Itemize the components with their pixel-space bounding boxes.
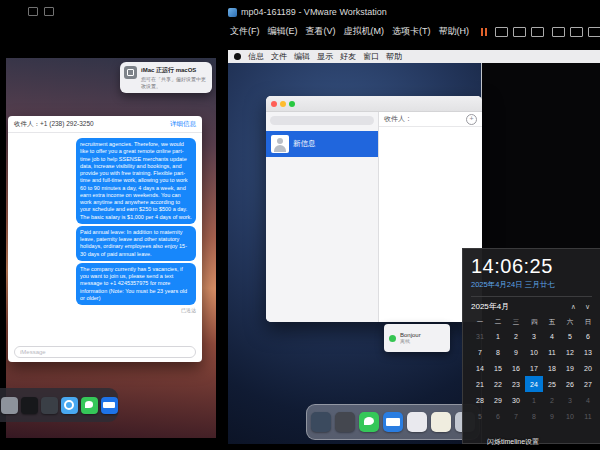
- calendar-day[interactable]: 24: [525, 376, 543, 392]
- apple-menu-icon[interactable]: [234, 53, 241, 60]
- guest-menu-item[interactable]: 信息: [248, 51, 264, 62]
- vmware-menu-item[interactable]: 查看(V): [306, 25, 336, 38]
- calendar-day[interactable]: 4: [543, 328, 561, 344]
- calendar-day[interactable]: 4: [579, 392, 597, 408]
- vmware-menu-item[interactable]: 选项卡(T): [392, 25, 431, 38]
- calendar-day[interactable]: 15: [489, 360, 507, 376]
- calendar-day[interactable]: 8: [489, 344, 507, 360]
- calendar-day[interactable]: 25: [543, 376, 561, 392]
- calendar-day[interactable]: 23: [507, 376, 525, 392]
- calendar-day[interactable]: 13: [579, 344, 597, 360]
- calendar-day[interactable]: 11: [579, 408, 597, 424]
- details-button[interactable]: 详细信息: [170, 120, 196, 129]
- vmware-menu-item[interactable]: 帮助(H): [439, 25, 470, 38]
- calendar-weekday: 三: [507, 316, 525, 328]
- delivered-status: 已送达: [181, 307, 196, 313]
- xcode-icon[interactable]: [41, 397, 58, 414]
- calendar-month-label[interactable]: 2025年4月: [471, 301, 509, 312]
- pause-icon[interactable]: [481, 28, 487, 36]
- finder-icon[interactable]: [1, 397, 18, 414]
- mail-icon[interactable]: [101, 397, 118, 414]
- messages-icon[interactable]: [81, 397, 98, 414]
- calendar-day[interactable]: 11: [543, 344, 561, 360]
- calendar-day[interactable]: 1: [489, 328, 507, 344]
- calendar-next-icon[interactable]: ∨: [585, 303, 590, 311]
- close-button[interactable]: [271, 101, 277, 107]
- calendar-day[interactable]: 6: [579, 328, 597, 344]
- calendar-day[interactable]: 3: [561, 392, 579, 408]
- calendar-day[interactable]: 28: [471, 392, 489, 408]
- calendar-day[interactable]: 5: [471, 408, 489, 424]
- message-input[interactable]: [14, 346, 196, 358]
- notes-icon[interactable]: [431, 412, 451, 432]
- calendar-day[interactable]: 2: [543, 392, 561, 408]
- calendar-weekday: 一: [471, 316, 489, 328]
- window-title: mp04-161189 - VMware Workstation: [241, 7, 387, 17]
- calendar-day[interactable]: 20: [579, 360, 597, 376]
- vmware-menu-item[interactable]: 虚拟机(M): [344, 25, 385, 38]
- guest-menu-item[interactable]: 好友: [340, 51, 356, 62]
- console-view-icon[interactable]: [588, 27, 600, 37]
- calendar-day[interactable]: 2: [507, 328, 525, 344]
- buddy-list-window[interactable]: Bonjour 离线: [384, 324, 450, 352]
- calendar-day[interactable]: 18: [543, 360, 561, 376]
- calendar-day[interactable]: 7: [471, 344, 489, 360]
- calendar-day[interactable]: 26: [561, 376, 579, 392]
- calendar-day[interactable]: 1: [525, 392, 543, 408]
- calendar-day[interactable]: 7: [507, 408, 525, 424]
- window-menu-icon[interactable]: [28, 7, 38, 16]
- calendar-day[interactable]: 6: [489, 408, 507, 424]
- conversation-header: 收件人：+1 (238) 292-3250 详细信息: [8, 116, 202, 133]
- guest-menu-item[interactable]: 帮助: [386, 51, 402, 62]
- guest-menu-item[interactable]: 窗口: [363, 51, 379, 62]
- calendar-day[interactable]: 10: [561, 408, 579, 424]
- notification-banner[interactable]: iMac 正运行 macOS 您可在「共享」偏好设置中更改设置。: [120, 62, 212, 93]
- snapshot-revert-icon[interactable]: [531, 27, 544, 37]
- message-bubble: The company currently has 5 vacancies, i…: [76, 263, 196, 305]
- calendar-day[interactable]: 9: [507, 344, 525, 360]
- calendar-day[interactable]: 21: [471, 376, 489, 392]
- thumbnail-bar-icon[interactable]: [570, 27, 583, 37]
- calendar-day[interactable]: 17: [525, 360, 543, 376]
- terminal-icon[interactable]: [21, 397, 38, 414]
- calendar-day[interactable]: 30: [507, 392, 525, 408]
- launchpad-icon[interactable]: [335, 412, 355, 432]
- vmware-menu-item[interactable]: 编辑(E): [268, 25, 298, 38]
- screen: mp04-161189 - VMware Workstation 文件(F)编辑…: [0, 0, 600, 450]
- search-field[interactable]: [270, 116, 374, 125]
- calendar-day[interactable]: 22: [489, 376, 507, 392]
- add-recipient-button[interactable]: +: [466, 114, 477, 125]
- to-field[interactable]: 收件人： +: [379, 112, 482, 127]
- calendar-weekday: 二: [489, 316, 507, 328]
- calendar-day[interactable]: 19: [561, 360, 579, 376]
- show-library-icon[interactable]: [552, 27, 565, 37]
- buddy-status: 离线: [400, 338, 421, 344]
- calendar-day[interactable]: 3: [525, 328, 543, 344]
- guest-menu-item[interactable]: 显示: [317, 51, 333, 62]
- messages-icon[interactable]: [359, 412, 379, 432]
- power-icon[interactable]: [495, 27, 508, 37]
- calendar-day[interactable]: 29: [489, 392, 507, 408]
- calendar-day[interactable]: 8: [525, 408, 543, 424]
- zoom-button[interactable]: [289, 101, 295, 107]
- calendar-day[interactable]: 27: [579, 376, 597, 392]
- guest-menu-item[interactable]: 文件: [271, 51, 287, 62]
- calendar-day[interactable]: 16: [507, 360, 525, 376]
- calendar-day[interactable]: 14: [471, 360, 489, 376]
- dropdown-icon[interactable]: [44, 7, 54, 16]
- calendar-day[interactable]: 12: [561, 344, 579, 360]
- calendar-day[interactable]: 9: [543, 408, 561, 424]
- guest-menu-item[interactable]: 编辑: [294, 51, 310, 62]
- minimize-button[interactable]: [280, 101, 286, 107]
- calendar-day[interactable]: 5: [561, 328, 579, 344]
- snapshot-take-icon[interactable]: [513, 27, 526, 37]
- vmware-menu-item[interactable]: 文件(F): [230, 25, 260, 38]
- calendar-day[interactable]: 10: [525, 344, 543, 360]
- conversation-item-selected[interactable]: 新信息: [266, 131, 378, 157]
- calendar-day[interactable]: 31: [471, 328, 489, 344]
- photos-icon[interactable]: [407, 412, 427, 432]
- mail-icon[interactable]: [383, 412, 403, 432]
- calendar-prev-icon[interactable]: ∧: [571, 303, 576, 311]
- safari-icon[interactable]: [61, 397, 78, 414]
- finder-icon[interactable]: [311, 412, 331, 432]
